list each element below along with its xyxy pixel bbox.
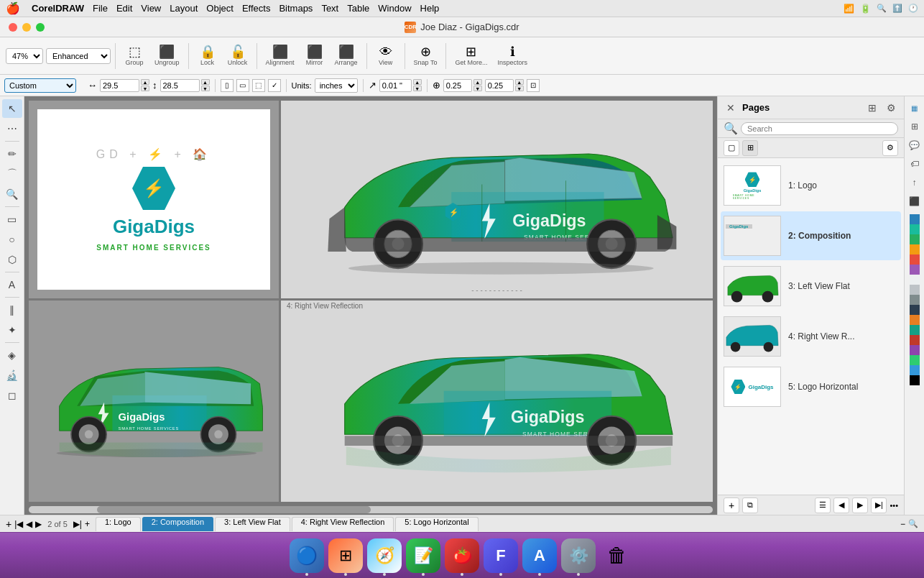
tab-2[interactable]: 2: Composition — [142, 517, 213, 531]
color-white[interactable] — [910, 275, 920, 285]
toolbar-unlock-button[interactable]: 🔓 Unlock — [223, 44, 252, 68]
pages-settings-btn[interactable]: ⚙ — [884, 101, 898, 115]
toolbar-getmore-button[interactable]: ⊞ Get More... — [451, 44, 491, 68]
pages-search-input[interactable] — [741, 122, 898, 135]
height-input[interactable]: 28.5 — [160, 79, 200, 92]
wbox-spinner[interactable]: ▲ ▼ — [473, 79, 482, 91]
pages-close-btn[interactable]: ✕ — [724, 101, 738, 115]
dock-trash[interactable]: 🗑 — [600, 538, 634, 573]
hbox-down[interactable]: ▼ — [515, 86, 524, 91]
menu-view[interactable]: View — [141, 3, 161, 14]
color-purple[interactable] — [910, 265, 920, 275]
dock-fontself[interactable]: F — [484, 538, 518, 573]
wbox-input[interactable]: 0.25 — [443, 79, 472, 92]
freehand-tool[interactable]: ✏ — [2, 144, 22, 163]
portrait-btn[interactable]: ▯ — [221, 79, 234, 92]
width-up[interactable]: ▲ — [141, 79, 149, 85]
bezier-tool[interactable]: ⌒ — [2, 165, 22, 183]
toolbar-view-button[interactable]: 👁 View — [371, 44, 400, 68]
fill-tool[interactable]: ◈ — [2, 346, 22, 364]
tab-1[interactable]: 1: Logo — [96, 517, 141, 531]
page-item-4[interactable]: 4: Right View R... — [721, 312, 901, 361]
page-item-3[interactable]: 3: Left View Flat — [721, 262, 901, 311]
eraser-tool[interactable]: ◻ — [2, 386, 22, 405]
size-option-btn[interactable]: ⬚ — [252, 79, 265, 92]
page-size-select[interactable]: Custom Letter A4 — [4, 78, 76, 93]
height-up[interactable]: ▲ — [201, 79, 210, 85]
dock-launchpad[interactable]: ⊞ — [328, 538, 363, 573]
menu-window[interactable]: Window — [378, 3, 411, 14]
hbox-up[interactable]: ▲ — [515, 79, 524, 85]
dock-notes[interactable]: 📝 — [406, 538, 440, 573]
color-lightgreen[interactable] — [910, 355, 920, 365]
toolbar-group-button[interactable]: ⬚ Group — [120, 44, 149, 68]
menu-object[interactable]: Object — [206, 3, 234, 14]
pages-add-btn[interactable]: + — [724, 497, 739, 513]
color-gray[interactable] — [910, 295, 920, 305]
height-spinner[interactable]: ▲ ▼ — [201, 79, 210, 91]
height-down[interactable]: ▼ — [201, 86, 210, 91]
pages-next-btn[interactable]: ▶ — [852, 497, 868, 513]
hbox-input[interactable]: 0.25 — [485, 79, 514, 92]
rsb-tags-btn[interactable]: 🏷 — [906, 155, 923, 173]
minimize-button[interactable] — [22, 23, 31, 32]
tab-next-btn[interactable]: ▶ — [35, 519, 42, 529]
color-yellow[interactable] — [910, 244, 920, 254]
color-lightblue[interactable] — [910, 365, 920, 375]
polygon-tool[interactable]: ⬡ — [2, 250, 22, 269]
dock-safari[interactable]: 🧭 — [367, 538, 402, 573]
rsb-layers-btn[interactable]: ⊞ — [906, 118, 923, 135]
tab-5[interactable]: 5: Logo Horizontal — [395, 517, 478, 531]
width-input[interactable]: 29.5 — [100, 79, 139, 92]
tab-prev-btn[interactable]: ◀ — [26, 519, 32, 529]
nudge-input[interactable]: 0.01 " — [379, 79, 412, 92]
toolbar-arrange-button[interactable]: ⬛ Arrange — [331, 44, 362, 68]
eyedropper-tool[interactable]: 🔬 — [2, 366, 22, 385]
rsb-pages-btn[interactable]: ▦ — [906, 99, 923, 116]
tab-add2-btn[interactable]: + — [85, 519, 90, 529]
tab-first-btn[interactable]: |◀ — [14, 519, 23, 529]
menu-bitmaps[interactable]: Bitmaps — [279, 3, 313, 14]
toolbar-ungroup-button[interactable]: ⬛ Ungroup — [150, 44, 184, 68]
color-black[interactable] — [910, 375, 920, 385]
menu-edit[interactable]: Edit — [116, 3, 132, 14]
app-name[interactable]: CorelDRAW — [32, 3, 84, 14]
color-darkred[interactable] — [910, 335, 920, 345]
page-item-5[interactable]: ⚡ GigaDigs 5: Logo Horizontal — [721, 362, 901, 411]
menu-file[interactable]: File — [93, 3, 108, 14]
h-scrollbar-thumb[interactable] — [97, 506, 371, 513]
toolbar-mirror-button[interactable]: ⬛ Mirror — [300, 44, 329, 68]
close-button[interactable] — [9, 23, 17, 32]
h-scrollbar[interactable] — [29, 506, 713, 513]
menu-effects[interactable]: Effects — [242, 3, 271, 14]
color-red[interactable] — [910, 254, 920, 265]
apply-btn[interactable]: ✓ — [268, 79, 281, 92]
select-tool[interactable]: ↖ — [2, 99, 22, 118]
color-teal[interactable] — [910, 224, 920, 234]
maximize-button[interactable] — [36, 23, 45, 32]
page-item-1[interactable]: ⚡ GigaDigs SMART HOME SERVICES 1: Logo — [721, 161, 901, 210]
color-orange[interactable] — [910, 315, 920, 325]
pages-grid-view-btn[interactable]: ⊞ — [742, 140, 758, 156]
pages-prev-btn[interactable]: ◀ — [833, 497, 849, 513]
toolbar-lock-button[interactable]: 🔒 Lock — [193, 44, 222, 68]
text-tool[interactable]: A — [2, 275, 22, 294]
color-lightgray[interactable] — [910, 285, 920, 295]
wbox-down[interactable]: ▼ — [473, 86, 482, 91]
page-item-2[interactable]: GigaDigs 2: Composition — [721, 211, 901, 260]
toolbar-align-button[interactable]: ⬛ Alignment — [262, 44, 299, 68]
menu-table[interactable]: Table — [347, 3, 369, 14]
size-lock-btn[interactable]: ⊡ — [527, 79, 540, 92]
rect-tool[interactable]: ▭ — [2, 210, 22, 229]
apple-menu[interactable]: 🍎 — [6, 1, 20, 15]
tab-4[interactable]: 4: Right View Reflection — [292, 517, 394, 531]
menu-layout[interactable]: Layout — [170, 3, 198, 14]
color-darkpurple[interactable] — [910, 345, 920, 355]
pages-last-btn[interactable]: ▶| — [871, 497, 887, 513]
rsb-color-btn[interactable]: ⬛ — [906, 193, 923, 210]
nudge-down[interactable]: ▼ — [413, 86, 422, 91]
landscape-btn[interactable]: ▭ — [236, 79, 249, 92]
pages-overflow-btn[interactable]: ••• — [890, 501, 898, 510]
toolbar-inspectors-button[interactable]: ℹ Inspectors — [493, 44, 532, 68]
dock-finder[interactable]: 🔵 — [290, 538, 324, 573]
